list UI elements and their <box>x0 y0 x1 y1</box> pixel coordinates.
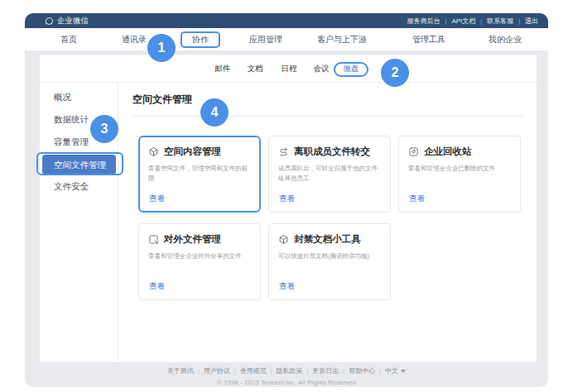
card-title: 对外文件管理 <box>164 233 221 246</box>
annotation-box-drive-tab <box>334 62 368 77</box>
topbar-link-contact-support[interactable]: 联系客服 <box>487 17 513 26</box>
caret-down-icon <box>401 370 406 373</box>
separator: | <box>518 18 520 24</box>
footer-link-usage-rules[interactable]: 使用规范 <box>240 366 267 375</box>
footer-link-privacy[interactable]: 隐私政策 <box>277 366 303 375</box>
language-label: 中文 <box>385 366 398 375</box>
footer-language-selector[interactable]: 中文 <box>385 366 406 375</box>
separator: | <box>271 368 272 374</box>
view-link[interactable]: 查看 <box>279 194 295 204</box>
tab-docs[interactable]: 文档 <box>248 63 263 74</box>
footer: 关于腾讯 | 用户协议 | 使用规范 | 隐私政策 | 更新日志 | 帮助中心 … <box>25 366 548 386</box>
nav-item-my-company[interactable]: 我的企业 <box>489 34 522 45</box>
topbar-link-provider-console[interactable]: 服务商后台 <box>407 17 441 26</box>
annotation-box-sidebar-item <box>36 152 123 175</box>
page-title: 空间文件管理 <box>132 93 523 107</box>
footer-link-user-agreement[interactable]: 用户协议 <box>204 366 230 375</box>
sidebar-item-overview[interactable]: 概况 <box>40 86 118 108</box>
card-desc: 可以快速封禁文档(腾讯特供功能) <box>278 251 381 261</box>
card-grid: 空间内容管理 查看空间文件，管理空间和文件的权限 查看 离职成员文件转交 成员离… <box>138 136 521 300</box>
copyright: © 1998 - 2023 Tencent Inc. All Rights Re… <box>25 379 548 386</box>
separator: | <box>445 18 447 24</box>
card-external-file-mgmt[interactable]: 对外文件管理 查看和管理全企业对外分享的文件 查看 <box>138 223 261 300</box>
card-desc: 成员离职后，可转交归属于他的文件给其他员工 <box>278 164 381 183</box>
card-desc: 查看和管理全企业已删除的文件 <box>408 164 511 174</box>
card-ban-doc-tool[interactable]: 封禁文档小工具 可以快速封禁文档(腾讯特供功能) 查看 <box>268 223 391 300</box>
topbar: 企业微信 服务商后台 | API文档 | 联系客服 | 退出 <box>25 13 548 28</box>
footer-link-about[interactable]: 关于腾讯 <box>167 366 194 375</box>
separator: | <box>307 368 309 374</box>
footer-link-changelog[interactable]: 更新日志 <box>312 366 339 375</box>
view-link[interactable]: 查看 <box>409 194 425 204</box>
separator: | <box>480 18 482 24</box>
content-panel: 邮件 文档 日程 会议 微盘 概况 数据统计 容量管理 空间文件管理 文件安全 … <box>40 55 537 362</box>
ban-doc-icon <box>278 234 289 245</box>
topbar-link-api-docs[interactable]: API文档 <box>451 17 475 26</box>
topbar-link-logout[interactable]: 退出 <box>525 17 538 26</box>
annotation-step-2: 2 <box>381 59 409 87</box>
nav-item-home[interactable]: 首页 <box>60 34 77 45</box>
card-title: 企业回收站 <box>424 146 472 158</box>
external-share-icon <box>148 234 159 245</box>
card-title: 空间内容管理 <box>164 146 221 158</box>
view-link[interactable]: 查看 <box>149 194 165 204</box>
recycle-bin-icon <box>408 146 419 157</box>
cube-icon <box>148 146 159 157</box>
annotation-box-collaboration <box>181 31 220 48</box>
tab-meeting[interactable]: 会议 <box>314 63 330 74</box>
nav-item-customers[interactable]: 客户与上下游 <box>317 34 367 45</box>
divider <box>132 116 523 117</box>
card-space-content-mgmt[interactable]: 空间内容管理 查看空间文件，管理空间和文件的权限 查看 <box>138 136 261 213</box>
brand-name: 企业微信 <box>57 16 89 26</box>
nav-item-app-management[interactable]: 应用管理 <box>249 34 282 45</box>
wecom-logo-icon <box>45 17 54 26</box>
footer-links: 关于腾讯 | 用户协议 | 使用规范 | 隐私政策 | 更新日志 | 帮助中心 … <box>25 366 548 375</box>
view-link[interactable]: 查看 <box>279 281 295 292</box>
separator: | <box>343 368 344 374</box>
tab-schedule[interactable]: 日程 <box>282 63 297 74</box>
footer-link-help-center[interactable]: 帮助中心 <box>349 366 375 375</box>
transfer-icon <box>278 146 289 157</box>
card-title: 离职成员文件转交 <box>294 146 370 158</box>
separator: | <box>379 368 381 374</box>
nav-item-contacts[interactable]: 通讯录 <box>122 34 147 45</box>
app-window: 企业微信 服务商后台 | API文档 | 联系客服 | 退出 首页 通讯录 协作… <box>25 13 548 387</box>
annotation-step-1: 1 <box>147 34 176 62</box>
brand[interactable]: 企业微信 <box>45 16 89 26</box>
sidebar-item-file-security[interactable]: 文件安全 <box>40 175 118 198</box>
separator: | <box>234 368 236 374</box>
separator: | <box>198 368 200 374</box>
card-departed-member-transfer[interactable]: 离职成员文件转交 成员离职后，可转交归属于他的文件给其他员工 查看 <box>268 136 391 213</box>
topbar-links: 服务商后台 | API文档 | 联系客服 | 退出 <box>407 17 538 26</box>
card-desc: 查看空间文件，管理空间和文件的权限 <box>148 164 251 183</box>
card-title: 封禁文档小工具 <box>294 233 361 246</box>
main-nav: 首页 通讯录 协作 应用管理 客户与上下游 管理工具 我的企业 <box>25 28 548 50</box>
card-desc: 查看和管理全企业对外分享的文件 <box>148 251 251 261</box>
annotation-step-3: 3 <box>90 115 118 143</box>
tab-mail[interactable]: 邮件 <box>215 63 231 74</box>
view-link[interactable]: 查看 <box>149 281 165 292</box>
card-company-recycle-bin[interactable]: 企业回收站 查看和管理全企业已删除的文件 查看 <box>398 136 521 213</box>
main-content: 空间文件管理 空间内容管理 查看空间文件，管理空间和文件的权限 查看 <box>118 83 537 361</box>
annotation-step-4: 4 <box>200 98 229 127</box>
tabs-bar: 邮件 文档 日程 会议 微盘 <box>40 55 537 83</box>
nav-item-admin-tools[interactable]: 管理工具 <box>412 34 445 45</box>
